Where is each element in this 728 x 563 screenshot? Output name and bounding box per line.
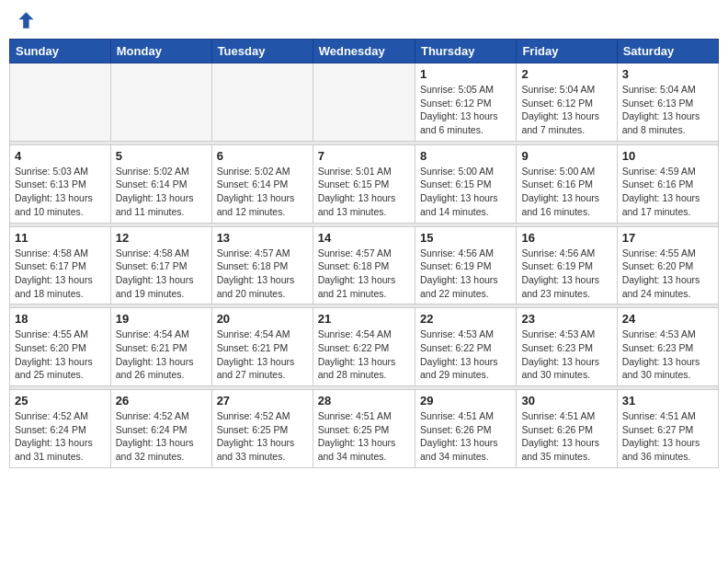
calendar-header-monday: Monday <box>110 40 211 63</box>
calendar-cell: 29Sunrise: 4:51 AMSunset: 6:26 PMDayligh… <box>415 390 516 468</box>
day-number: 20 <box>217 312 308 326</box>
day-info: Sunrise: 5:04 AMSunset: 6:13 PMDaylight:… <box>622 83 713 137</box>
calendar-header-thursday: Thursday <box>415 40 516 63</box>
day-number: 12 <box>116 231 207 245</box>
calendar-cell: 11Sunrise: 4:58 AMSunset: 6:17 PMDayligh… <box>10 226 111 304</box>
calendar-cell <box>313 63 415 142</box>
calendar-week-row: 18Sunrise: 4:55 AMSunset: 6:20 PMDayligh… <box>10 308 719 386</box>
day-info: Sunrise: 4:58 AMSunset: 6:17 PMDaylight:… <box>15 247 106 301</box>
day-info: Sunrise: 4:59 AMSunset: 6:16 PMDaylight:… <box>622 165 713 219</box>
day-info: Sunrise: 4:57 AMSunset: 6:18 PMDaylight:… <box>217 247 308 301</box>
page-header <box>9 9 719 31</box>
calendar-cell: 4Sunrise: 5:03 AMSunset: 6:13 PMDaylight… <box>10 144 111 223</box>
day-info: Sunrise: 4:53 AMSunset: 6:23 PMDaylight:… <box>521 327 611 382</box>
day-info: Sunrise: 4:58 AMSunset: 6:17 PMDaylight:… <box>116 247 207 301</box>
calendar-cell: 17Sunrise: 4:55 AMSunset: 6:20 PMDayligh… <box>617 226 718 304</box>
calendar-cell: 21Sunrise: 4:54 AMSunset: 6:22 PMDayligh… <box>313 308 415 386</box>
day-number: 18 <box>15 312 106 326</box>
calendar-header-wednesday: Wednesday <box>313 40 415 63</box>
day-info: Sunrise: 5:02 AMSunset: 6:14 PMDaylight:… <box>116 165 207 219</box>
calendar-header-tuesday: Tuesday <box>211 40 313 63</box>
calendar-table: SundayMondayTuesdayWednesdayThursdayFrid… <box>9 39 719 468</box>
day-number: 6 <box>217 149 308 163</box>
day-number: 24 <box>622 312 713 326</box>
calendar-week-row: 11Sunrise: 4:58 AMSunset: 6:17 PMDayligh… <box>10 226 719 304</box>
day-number: 21 <box>318 312 410 326</box>
day-number: 22 <box>420 312 511 326</box>
calendar-cell <box>110 63 211 142</box>
calendar-header-saturday: Saturday <box>617 40 718 63</box>
day-number: 8 <box>420 149 511 163</box>
day-number: 5 <box>116 149 207 163</box>
day-number: 27 <box>217 394 308 408</box>
day-info: Sunrise: 5:00 AMSunset: 6:15 PMDaylight:… <box>420 165 511 219</box>
calendar-header-row: SundayMondayTuesdayWednesdayThursdayFrid… <box>10 40 719 63</box>
day-info: Sunrise: 4:51 AMSunset: 6:26 PMDaylight:… <box>521 409 611 464</box>
calendar-cell <box>211 63 313 142</box>
day-info: Sunrise: 4:52 AMSunset: 6:24 PMDaylight:… <box>116 409 207 464</box>
calendar-cell: 1Sunrise: 5:05 AMSunset: 6:12 PMDaylight… <box>415 63 516 142</box>
day-info: Sunrise: 4:52 AMSunset: 6:24 PMDaylight:… <box>15 409 106 464</box>
calendar-cell: 31Sunrise: 4:51 AMSunset: 6:27 PMDayligh… <box>617 390 718 468</box>
calendar-cell: 13Sunrise: 4:57 AMSunset: 6:18 PMDayligh… <box>211 226 313 304</box>
day-number: 9 <box>521 149 611 163</box>
calendar-cell: 14Sunrise: 4:57 AMSunset: 6:18 PMDayligh… <box>313 226 415 304</box>
logo-icon <box>13 9 35 31</box>
day-info: Sunrise: 5:01 AMSunset: 6:15 PMDaylight:… <box>318 165 410 219</box>
day-info: Sunrise: 4:56 AMSunset: 6:19 PMDaylight:… <box>420 247 511 301</box>
day-info: Sunrise: 4:54 AMSunset: 6:21 PMDaylight:… <box>217 327 308 382</box>
calendar-cell: 15Sunrise: 4:56 AMSunset: 6:19 PMDayligh… <box>415 226 516 304</box>
day-info: Sunrise: 5:05 AMSunset: 6:12 PMDaylight:… <box>420 83 511 137</box>
calendar-cell: 20Sunrise: 4:54 AMSunset: 6:21 PMDayligh… <box>211 308 313 386</box>
calendar-cell: 8Sunrise: 5:00 AMSunset: 6:15 PMDaylight… <box>415 144 516 223</box>
calendar-cell: 5Sunrise: 5:02 AMSunset: 6:14 PMDaylight… <box>110 144 211 223</box>
calendar-cell: 24Sunrise: 4:53 AMSunset: 6:23 PMDayligh… <box>617 308 718 386</box>
calendar-week-row: 1Sunrise: 5:05 AMSunset: 6:12 PMDaylight… <box>10 63 719 142</box>
day-info: Sunrise: 4:55 AMSunset: 6:20 PMDaylight:… <box>15 327 106 382</box>
day-number: 23 <box>521 312 611 326</box>
calendar-cell: 7Sunrise: 5:01 AMSunset: 6:15 PMDaylight… <box>313 144 415 223</box>
day-number: 14 <box>318 231 410 245</box>
day-number: 26 <box>116 394 207 408</box>
calendar-cell: 16Sunrise: 4:56 AMSunset: 6:19 PMDayligh… <box>517 226 617 304</box>
calendar-cell: 30Sunrise: 4:51 AMSunset: 6:26 PMDayligh… <box>517 390 617 468</box>
day-info: Sunrise: 4:51 AMSunset: 6:25 PMDaylight:… <box>318 409 410 464</box>
day-number: 11 <box>15 231 106 245</box>
calendar-header-sunday: Sunday <box>10 40 111 63</box>
day-info: Sunrise: 4:54 AMSunset: 6:21 PMDaylight:… <box>116 327 207 382</box>
calendar-week-row: 4Sunrise: 5:03 AMSunset: 6:13 PMDaylight… <box>10 144 719 223</box>
day-number: 1 <box>420 67 511 81</box>
calendar-cell: 9Sunrise: 5:00 AMSunset: 6:16 PMDaylight… <box>517 144 617 223</box>
calendar-cell: 28Sunrise: 4:51 AMSunset: 6:25 PMDayligh… <box>313 390 415 468</box>
day-number: 3 <box>622 67 713 81</box>
day-number: 30 <box>521 394 611 408</box>
day-info: Sunrise: 4:54 AMSunset: 6:22 PMDaylight:… <box>318 327 410 382</box>
calendar-cell: 19Sunrise: 4:54 AMSunset: 6:21 PMDayligh… <box>110 308 211 386</box>
logo <box>13 9 39 31</box>
calendar-cell: 6Sunrise: 5:02 AMSunset: 6:14 PMDaylight… <box>211 144 313 223</box>
day-info: Sunrise: 4:53 AMSunset: 6:23 PMDaylight:… <box>622 327 713 382</box>
calendar-cell: 25Sunrise: 4:52 AMSunset: 6:24 PMDayligh… <box>10 390 111 468</box>
day-number: 29 <box>420 394 511 408</box>
day-number: 4 <box>15 149 106 163</box>
day-number: 17 <box>622 231 713 245</box>
calendar-week-row: 25Sunrise: 4:52 AMSunset: 6:24 PMDayligh… <box>10 390 719 468</box>
day-info: Sunrise: 4:51 AMSunset: 6:26 PMDaylight:… <box>420 409 511 464</box>
calendar-cell: 18Sunrise: 4:55 AMSunset: 6:20 PMDayligh… <box>10 308 111 386</box>
day-info: Sunrise: 4:51 AMSunset: 6:27 PMDaylight:… <box>622 409 713 464</box>
day-number: 13 <box>217 231 308 245</box>
calendar-cell: 27Sunrise: 4:52 AMSunset: 6:25 PMDayligh… <box>211 390 313 468</box>
calendar-cell: 23Sunrise: 4:53 AMSunset: 6:23 PMDayligh… <box>517 308 617 386</box>
day-info: Sunrise: 4:53 AMSunset: 6:22 PMDaylight:… <box>420 327 511 382</box>
day-number: 19 <box>116 312 207 326</box>
day-info: Sunrise: 4:56 AMSunset: 6:19 PMDaylight:… <box>521 247 611 301</box>
day-number: 7 <box>318 149 410 163</box>
day-number: 15 <box>420 231 511 245</box>
day-info: Sunrise: 5:03 AMSunset: 6:13 PMDaylight:… <box>15 165 106 219</box>
calendar-cell: 12Sunrise: 4:58 AMSunset: 6:17 PMDayligh… <box>110 226 211 304</box>
calendar-cell: 10Sunrise: 4:59 AMSunset: 6:16 PMDayligh… <box>617 144 718 223</box>
day-number: 2 <box>521 67 611 81</box>
day-number: 25 <box>15 394 106 408</box>
calendar-cell: 2Sunrise: 5:04 AMSunset: 6:12 PMDaylight… <box>517 63 617 142</box>
calendar-header-friday: Friday <box>517 40 617 63</box>
